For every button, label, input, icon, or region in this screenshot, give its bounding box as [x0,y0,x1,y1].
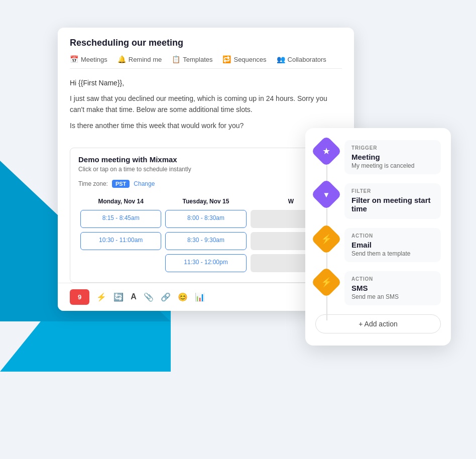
scheduler-subtitle: Click or tap on a time to schedule insta… [78,166,333,173]
workflow-item-sms: ⚡ ACTION SMS Send me an SMS [315,271,441,305]
bolt-icon[interactable]: ⚡ [96,292,106,302]
email-action-icon: ⚡ [321,234,332,245]
email-action-content: ACTION Email Send them a template [344,228,441,262]
meetings-icon: 📅 [70,55,78,63]
nav-remind[interactable]: 🔔 Remind me [117,55,162,63]
sms-action-desc: Send me an SMS [351,293,434,300]
emoji-icon[interactable]: 😊 [178,292,188,302]
filter-icon-wrapper: ▼ [311,179,342,210]
filter-label: FILTER [351,188,434,194]
scheduler-timezone: Time zone: PST Change [70,177,341,191]
attachment-icon[interactable]: 📎 [144,292,154,302]
email-header: Rescheduling our meeting 📅 Meetings 🔔 Re… [58,28,354,69]
nav-collaborators-label: Collaborators [288,56,326,63]
timezone-badge: PST [112,180,130,188]
workflow-item-email: ⚡ ACTION Email Send them a template [315,228,441,262]
trigger-name: Meeting [351,153,434,161]
filter-content: FILTER Filter on meeting start time [344,183,441,219]
remind-icon: 🔔 [117,55,126,63]
workflow-item-trigger: ★ TRIGGER Meeting My meeting is canceled [315,140,441,174]
workflow-panel: ★ TRIGGER Meeting My meeting is canceled… [305,128,451,346]
text-format-icon[interactable]: A [131,292,137,301]
trigger-content: TRIGGER Meeting My meeting is canceled [344,140,441,174]
nav-templates-label: Templates [183,56,212,63]
nav-collaborators[interactable]: 👥 Collaborators [277,55,326,63]
trigger-icon-wrapper: ★ [311,136,342,167]
trigger-icon: ★ [322,146,330,157]
trigger-desc: My meeting is canceled [351,162,434,169]
email-action-desc: Send them a template [351,250,434,257]
email-nav: 📅 Meetings 🔔 Remind me 📋 Templates 🔁 Seq… [70,55,342,69]
scheduler-widget: Demo meeting with Mixmax Click or tap on… [70,148,342,283]
email-action-label: ACTION [351,233,434,239]
email-title: Rescheduling our meeting [70,38,342,48]
collaborators-icon: 👥 [277,55,285,63]
email-action-name: Email [351,241,434,249]
nav-templates[interactable]: 📋 Templates [172,55,212,63]
chart-icon[interactable]: 📊 [195,292,205,302]
scheduler-grid: Monday, Nov 14 Tuesday, Nov 15 W 8:15 - … [70,191,341,282]
sms-action-content: ACTION SMS Send me an SMS [344,271,441,305]
timezone-change-link[interactable]: Change [134,180,155,187]
slot-tue-2[interactable]: 8:30 - 9:30am [165,232,246,250]
sms-action-icon-wrapper: ⚡ [311,267,342,298]
email-action-icon-wrapper: ⚡ [311,223,342,255]
nav-meetings-label: Meetings [81,56,107,63]
sms-action-icon: ⚡ [321,277,332,288]
scheduler-title: Demo meeting with Mixmax [78,155,333,164]
trigger-label: TRIGGER [351,145,434,151]
timezone-label: Time zone: [78,180,108,187]
add-action-button[interactable]: + Add action [315,314,441,333]
slot-tue-1[interactable]: 8:00 - 8:30am [165,210,246,228]
nav-remind-label: Remind me [129,56,162,63]
nav-meetings[interactable]: 📅 Meetings [70,55,107,63]
filter-name: Filter on meeting start time [351,196,434,213]
filter-icon: ▼ [323,190,330,198]
sms-action-label: ACTION [351,276,434,282]
sms-action-name: SMS [351,284,434,292]
slot-mon-1[interactable]: 8:15 - 8:45am [80,210,161,228]
email-paragraph-1: I just saw that you declined our meeting… [70,93,342,116]
workflow-item-filter: ▼ FILTER Filter on meeting start time [315,183,441,219]
scheduler-header: Demo meeting with Mixmax Click or tap on… [70,148,341,177]
email-question: Is there another time this week that wou… [70,122,342,130]
refresh-icon[interactable]: 🔄 [113,292,124,302]
day-header-tue: Tuesday, Nov 15 [163,195,248,208]
email-greeting: Hi {{First Name}}, [70,79,342,87]
nav-sequences[interactable]: 🔁 Sequences [222,55,266,63]
sequences-icon: 🔁 [222,55,231,63]
link-icon[interactable]: 🔗 [161,292,171,302]
day-header-mon: Monday, Nov 14 [78,195,163,208]
nav-sequences-label: Sequences [233,56,266,63]
slot-tue-3[interactable]: 11:30 - 12:00pm [165,254,246,272]
slot-mon-2[interactable]: 10:30 - 11:00am [80,232,161,250]
templates-icon: 📋 [172,55,180,63]
send-button[interactable]: 9 [70,289,89,305]
